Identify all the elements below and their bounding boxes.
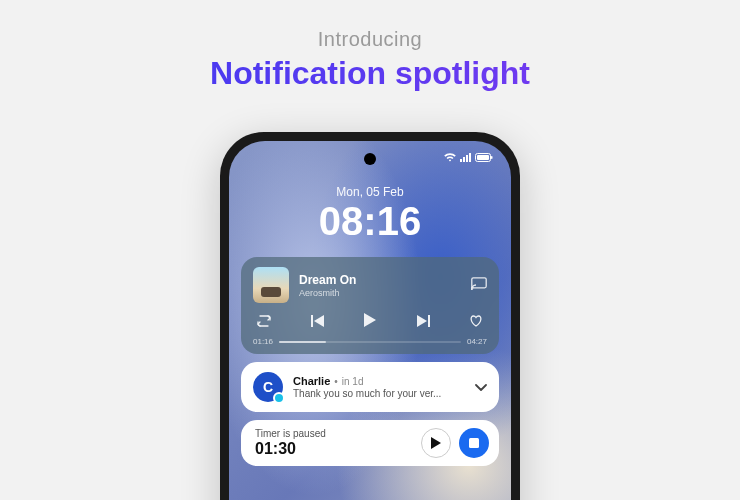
- status-bar: [444, 153, 493, 162]
- notification-sender: Charlie: [293, 375, 330, 387]
- timer-stop-button[interactable]: [459, 428, 489, 458]
- media-progress: 01:16 04:27: [253, 337, 487, 346]
- play-icon[interactable]: [364, 313, 376, 331]
- notification-body: Charlie • in 1d Thank you so much for yo…: [293, 375, 465, 399]
- svg-rect-5: [477, 155, 489, 160]
- progress-bar[interactable]: [279, 341, 461, 343]
- cast-icon[interactable]: [471, 276, 487, 294]
- headline: Introducing Notification spotlight: [0, 0, 740, 92]
- media-top-row: Dream On Aerosmith: [253, 267, 487, 303]
- timer-label: Timer is paused: [255, 428, 413, 439]
- signal-icon: [460, 153, 471, 162]
- headline-intro: Introducing: [0, 28, 740, 51]
- media-player-card[interactable]: Dream On Aerosmith: [241, 257, 499, 354]
- svg-rect-1: [463, 157, 465, 162]
- notification-time: in 1d: [342, 376, 364, 387]
- svg-rect-10: [428, 315, 430, 327]
- svg-rect-0: [460, 159, 462, 162]
- heart-icon[interactable]: [469, 313, 483, 331]
- svg-rect-7: [472, 278, 486, 288]
- headline-title: Notification spotlight: [0, 55, 740, 92]
- lock-date: Mon, 05 Feb: [229, 185, 511, 199]
- avatar-badge-icon: [273, 392, 285, 404]
- svg-rect-11: [469, 438, 479, 448]
- track-title: Dream On: [299, 273, 461, 287]
- svg-point-8: [471, 288, 473, 290]
- svg-rect-9: [311, 315, 313, 327]
- next-icon[interactable]: [416, 313, 430, 331]
- notification-text: Thank you so much for your ver...: [293, 388, 465, 399]
- previous-icon[interactable]: [311, 313, 325, 331]
- svg-rect-6: [491, 156, 493, 159]
- cards-stack: Dream On Aerosmith: [229, 257, 511, 466]
- track-artist: Aerosmith: [299, 288, 461, 298]
- camera-punch-hole: [364, 153, 376, 165]
- notification-separator: •: [334, 376, 338, 387]
- timer-info: Timer is paused 01:30: [255, 428, 413, 458]
- notification-header: Charlie • in 1d: [293, 375, 465, 387]
- repeat-icon[interactable]: [257, 313, 271, 331]
- chevron-down-icon[interactable]: [475, 378, 487, 396]
- media-duration: 04:27: [467, 337, 487, 346]
- phone-frame: Mon, 05 Feb 08:16 Dream On Aerosmith: [220, 132, 520, 500]
- avatar: C: [253, 372, 283, 402]
- lock-time: 08:16: [229, 201, 511, 241]
- media-info: Dream On Aerosmith: [299, 273, 461, 298]
- battery-icon: [475, 153, 493, 162]
- notification-card[interactable]: C Charlie • in 1d Thank you so much for …: [241, 362, 499, 412]
- svg-rect-3: [469, 153, 471, 162]
- media-controls: [253, 313, 487, 331]
- timer-card[interactable]: Timer is paused 01:30: [241, 420, 499, 466]
- timer-value: 01:30: [255, 440, 413, 458]
- avatar-initial: C: [263, 379, 273, 395]
- wifi-icon: [444, 153, 456, 162]
- media-elapsed: 01:16: [253, 337, 273, 346]
- album-art: [253, 267, 289, 303]
- phone-screen: Mon, 05 Feb 08:16 Dream On Aerosmith: [229, 141, 511, 500]
- svg-rect-2: [466, 155, 468, 162]
- timer-play-button[interactable]: [421, 428, 451, 458]
- lock-clock: Mon, 05 Feb 08:16: [229, 185, 511, 241]
